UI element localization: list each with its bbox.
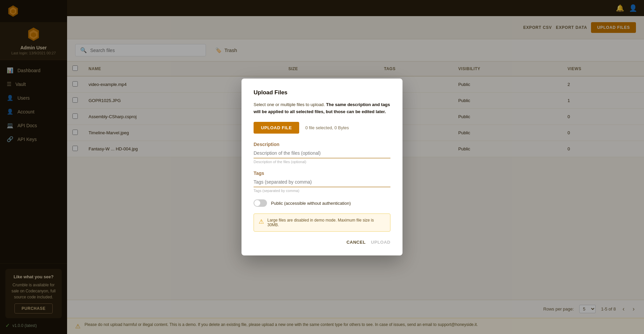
description-field-label: Description bbox=[254, 142, 390, 147]
upload-button[interactable]: UPLOAD bbox=[371, 240, 390, 245]
modal-warning-text: Large files are disabled in demo mode. M… bbox=[267, 218, 385, 227]
tags-field-label: Tags bbox=[254, 171, 390, 176]
modal-actions: CANCEL UPLOAD bbox=[254, 240, 390, 245]
modal-title: Upload Files bbox=[254, 89, 390, 96]
upload-modal: Upload Files Select one or multiple file… bbox=[241, 79, 402, 256]
public-toggle[interactable] bbox=[254, 199, 267, 207]
file-count-label: 0 file selected, 0 Bytes bbox=[305, 125, 349, 130]
modal-warning: ⚠ Large files are disabled in demo mode.… bbox=[254, 213, 390, 232]
upload-file-button[interactable]: UPLOAD FILE bbox=[254, 122, 299, 134]
tags-input[interactable] bbox=[254, 178, 390, 187]
upload-row: UPLOAD FILE 0 file selected, 0 Bytes bbox=[254, 122, 390, 134]
tags-hint: Tags (separated by comma) bbox=[254, 189, 390, 193]
modal-warning-icon: ⚠ bbox=[259, 218, 264, 225]
public-toggle-row: Public (accessible without authenticatio… bbox=[254, 199, 390, 207]
toggle-label: Public (accessible without authenticatio… bbox=[271, 201, 351, 206]
description-input[interactable] bbox=[254, 149, 390, 158]
modal-overlay[interactable]: Upload Files Select one or multiple file… bbox=[0, 0, 644, 334]
description-hint: Description of the files (optional) bbox=[254, 160, 390, 164]
cancel-button[interactable]: CANCEL bbox=[346, 240, 366, 245]
modal-description: Select one or multiple files to upload. … bbox=[254, 101, 390, 115]
